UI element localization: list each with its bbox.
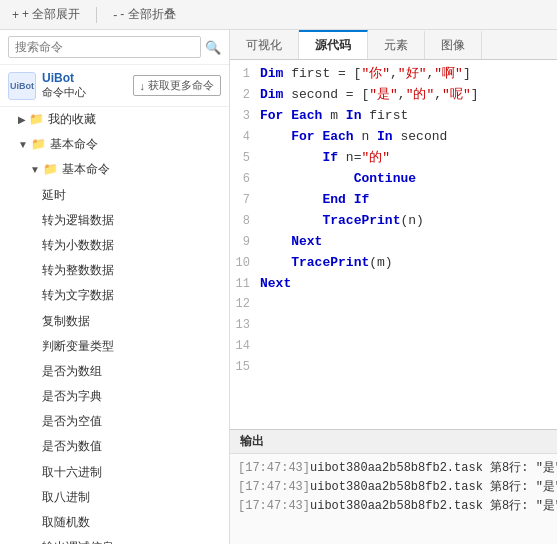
code-line: 15 (230, 358, 557, 379)
code-line: 10 TracePrint(m) (230, 253, 557, 274)
tree-item-copy-data[interactable]: 复制数据 (0, 309, 229, 334)
code-line: 2Dim second = ["是","的","呢"] (230, 85, 557, 106)
code-line: 13 (230, 316, 557, 337)
output-timestamp: [17:47:43] (238, 461, 310, 475)
line-number: 15 (230, 358, 260, 377)
tree-item-is-null[interactable]: 是否为空值 (0, 409, 229, 434)
line-content: Dim first = ["你","好","啊"] (260, 64, 471, 85)
search-icon: 🔍 (205, 40, 221, 55)
line-number: 10 (230, 254, 260, 273)
tab-element[interactable]: 元素 (368, 30, 425, 59)
code-line: 3For Each m In first (230, 106, 557, 127)
code-editor[interactable]: 1Dim first = ["你","好","啊"]2Dim second = … (230, 60, 557, 429)
tree-item-label: 是否为数值 (42, 437, 102, 456)
output-timestamp: [17:47:43] (238, 480, 310, 494)
uibot-sub: 命令中心 (42, 85, 86, 100)
line-content: TracePrint(m) (260, 253, 393, 274)
folder-icon: 📁 (29, 110, 44, 129)
tree-item-label: 取八进制 (42, 488, 90, 507)
line-number: 8 (230, 212, 260, 231)
tree-item-favorites[interactable]: ▶ 📁 我的收藏 (0, 107, 229, 132)
output-content: [17:47:43]uibot380aa2b58b8fb2.task 第8行: … (230, 454, 557, 544)
tree-item-delay[interactable]: 延时 (0, 183, 229, 208)
tree-item-label: 判断变量类型 (42, 337, 114, 356)
tree-item-basic-sub[interactable]: ▼ 📁 基本命令 (0, 157, 229, 182)
code-line: 9 Next (230, 232, 557, 253)
tree-item-basic[interactable]: ▼ 📁 基本命令 (0, 132, 229, 157)
tree-item-to-oct[interactable]: 取八进制 (0, 485, 229, 510)
content-area: 可视化 源代码 元素 图像 1Dim first = ["你","好","啊"]… (230, 30, 557, 544)
tree-item-to-logic[interactable]: 转为逻辑数据 (0, 208, 229, 233)
tree-item-is-number[interactable]: 是否为数值 (0, 434, 229, 459)
tree-item-label: 延时 (42, 186, 66, 205)
line-number: 13 (230, 316, 260, 335)
tree-item-label: 输出调试信息 (42, 538, 114, 544)
sidebar: 🔍 UiBot UiBot 命令中心 ↓ 获取更多命令 ▶ 📁 我的收藏 (0, 30, 230, 544)
tab-visual[interactable]: 可视化 (230, 30, 299, 59)
expand-all-label: + 全部展开 (22, 6, 80, 23)
get-more-button[interactable]: ↓ 获取更多命令 (133, 75, 222, 96)
code-line: 5 If n="的" (230, 148, 557, 169)
line-content: If n="的" (260, 148, 390, 169)
tree-item-trace-debug[interactable]: 输出调试信息 (0, 535, 229, 544)
tabs-bar: 可视化 源代码 元素 图像 (230, 30, 557, 60)
output-header: 输出 (230, 430, 557, 454)
line-number: 2 (230, 86, 260, 105)
tree-item-label: 转为逻辑数据 (42, 211, 114, 230)
output-line: [17:47:43]uibot380aa2b58b8fb2.task 第8行: … (238, 496, 549, 515)
minus-icon: - (113, 8, 117, 22)
line-content: For Each m In first (260, 106, 408, 127)
arrow-icon: ↓ (140, 80, 146, 92)
line-content: For Each n In second (260, 127, 447, 148)
collapse-all-button[interactable]: - - 全部折叠 (109, 4, 179, 25)
code-line: 8 TracePrint(n) (230, 211, 557, 232)
search-input[interactable] (8, 36, 201, 58)
expand-all-button[interactable]: + + 全部展开 (8, 4, 84, 25)
tab-image[interactable]: 图像 (425, 30, 482, 59)
toolbar: + + 全部展开 - - 全部折叠 (0, 0, 557, 30)
line-content: Next (260, 232, 322, 253)
tree-item-label: 转为整数数据 (42, 261, 114, 280)
output-text: uibot380aa2b58b8fb2.task 第8行: "是" (310, 499, 557, 513)
tree-item-label: 转为文字数据 (42, 286, 114, 305)
tree-item-random[interactable]: 取随机数 (0, 510, 229, 535)
code-line: 1Dim first = ["你","好","啊"] (230, 64, 557, 85)
plus-icon: + (12, 8, 19, 22)
output-panel: 输出 [17:47:43]uibot380aa2b58b8fb2.task 第8… (230, 429, 557, 544)
output-timestamp: [17:47:43] (238, 499, 310, 513)
tree-item-type-check[interactable]: 判断变量类型 (0, 334, 229, 359)
search-box: 🔍 (0, 30, 229, 65)
tree-item-to-string[interactable]: 转为文字数据 (0, 283, 229, 308)
tree-item-to-float[interactable]: 转为小数数据 (0, 233, 229, 258)
arrow-icon: ▼ (30, 162, 40, 178)
tree-area: ▶ 📁 我的收藏 ▼ 📁 基本命令 ▼ 📁 基本命令 延时 转为逻辑数据 (0, 107, 229, 544)
tree-item-is-array[interactable]: 是否为数组 (0, 359, 229, 384)
tree-item-is-dict[interactable]: 是否为字典 (0, 384, 229, 409)
output-line: [17:47:43]uibot380aa2b58b8fb2.task 第8行: … (238, 458, 549, 477)
code-line: 6 Continue (230, 169, 557, 190)
tab-source[interactable]: 源代码 (299, 30, 368, 59)
tree-item-label: 基本命令 (50, 135, 98, 154)
tree-item-label: 基本命令 (62, 160, 110, 179)
tree-item-to-hex[interactable]: 取十六进制 (0, 460, 229, 485)
line-content: Dim second = ["是","的","呢"] (260, 85, 479, 106)
code-line: 11Next (230, 274, 557, 295)
line-number: 14 (230, 337, 260, 356)
output-text: uibot380aa2b58b8fb2.task 第8行: "是" (310, 480, 557, 494)
uibot-name: UiBot (42, 71, 86, 85)
folder-icon: 📁 (43, 160, 58, 179)
code-line: 7 End If (230, 190, 557, 211)
tree-item-label: 是否为空值 (42, 412, 102, 431)
tree-item-label: 我的收藏 (48, 110, 96, 129)
uibot-box: UiBot UiBot 命令中心 ↓ 获取更多命令 (0, 65, 229, 107)
tree-item-to-int[interactable]: 转为整数数据 (0, 258, 229, 283)
arrow-icon: ▼ (18, 137, 28, 153)
code-line: 12 (230, 295, 557, 316)
line-number: 7 (230, 191, 260, 210)
folder-icon: 📁 (31, 135, 46, 154)
line-number: 4 (230, 128, 260, 147)
uibot-label: UiBot 命令中心 (42, 71, 86, 100)
toolbar-separator (96, 7, 97, 23)
get-more-label: 获取更多命令 (148, 78, 214, 93)
line-content: TracePrint(n) (260, 211, 424, 232)
